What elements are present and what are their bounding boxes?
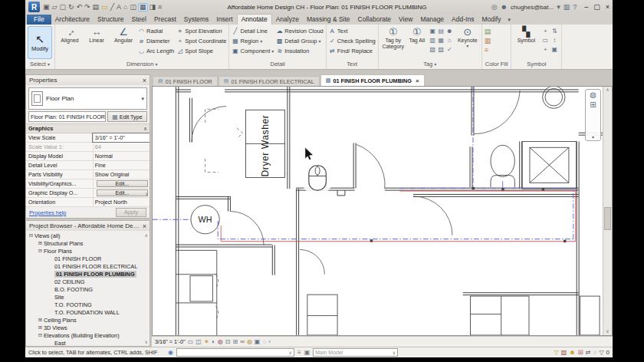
scroll-up-icon[interactable]: ∧ (606, 87, 609, 94)
instance-selector[interactable]: Floor Plan: 01 FINISH FLOOR ∨ (28, 111, 106, 122)
select-links-icon[interactable]: ▨ (561, 349, 567, 356)
sync-icon[interactable]: ↻ (67, 4, 75, 11)
area-tag-icon[interactable]: ☻ (446, 28, 452, 35)
panel-label-select[interactable]: Select ▾ (25, 61, 54, 69)
find-replace-button[interactable]: ⇄ Find/ Replace (329, 46, 376, 56)
properties-scroll-down-icon[interactable]: ∨ (146, 191, 149, 196)
type-selector-dropdown-icon[interactable]: ▾ (141, 96, 144, 102)
stair-path-icon[interactable]: ⇅ (552, 28, 557, 35)
linear-dimension-button[interactable]: ↔ Linear (84, 26, 109, 44)
keynote-button[interactable]: ⊙ Keynote ▾ (456, 26, 479, 48)
tree-item-01-finish-floor-electrical[interactable]: 01 FINISH FLOOR ELECTRICAL (28, 262, 150, 270)
exclude-options-icon[interactable]: ▽ (554, 349, 559, 356)
tab-architecture[interactable]: Architecture (51, 15, 94, 25)
account-name[interactable]: chughes@bat... (511, 4, 554, 11)
crop-view-icon[interactable]: ⊞ (232, 338, 238, 345)
editable-only-icon[interactable]: ≡ (297, 349, 301, 356)
workset-dropdown[interactable]: ∨ (176, 348, 294, 357)
design-options-icon[interactable]: ▣ (304, 349, 310, 356)
type-selector[interactable]: Floor Plan ▾ (28, 87, 147, 110)
vcb-collapse-icon[interactable]: ‹ (268, 338, 271, 345)
property-row[interactable]: View Scale 3/16" = 1'-0" (26, 133, 150, 143)
beam-annotations-icon[interactable]: ✓ (447, 46, 452, 53)
span-direction-icon[interactable]: + (544, 28, 547, 35)
area-boundary-icon[interactable]: ▭ (543, 37, 549, 44)
angular-dimension-button[interactable]: ∠ Angular (111, 26, 136, 44)
duct-legend-icon[interactable]: ▤ (485, 28, 491, 35)
save-icon[interactable]: ▢ (58, 4, 67, 11)
view-tab-finish-floor[interactable]: ▤ 01 FINISH FLOOR (153, 76, 218, 86)
tab-annotate[interactable]: Annotate (237, 14, 272, 25)
home-view-icon[interactable]: ⌂ (123, 4, 128, 11)
plumbing-pipes[interactable] (153, 87, 577, 242)
scale-icon[interactable]: ▭ (188, 338, 194, 345)
visibility-graphics-edit-button[interactable]: Edit... (97, 180, 148, 187)
tree-item-east[interactable]: East (28, 339, 150, 346)
tree-item-structural-plans[interactable]: ⊞Structural Plans (28, 239, 150, 247)
reveal-hidden-icon[interactable]: ◍ (247, 338, 252, 345)
tab-structure[interactable]: Structure (94, 15, 128, 25)
symbol-button[interactable]: ▚ Symbol (514, 26, 538, 44)
room-tag-icon[interactable]: ▥ (429, 37, 435, 44)
area-symbol-icon[interactable]: ▣ (552, 46, 558, 53)
tab-modify[interactable]: Modify (478, 15, 504, 25)
shadows-icon[interactable]: ◍ (218, 338, 223, 345)
tread-number-icon[interactable]: ▧ (429, 46, 435, 53)
space-tag-icon[interactable]: ▦ (438, 37, 444, 44)
select-by-face-icon[interactable]: ⇄ (586, 349, 591, 356)
section-icon[interactable]: ◫ (130, 4, 138, 11)
graphic-display-edit-button[interactable]: Edit... (97, 189, 148, 196)
filter-icon[interactable]: ▽ (599, 349, 603, 356)
spot-coordinate-button[interactable]: + Spot Coordinate (176, 36, 226, 46)
tab-view[interactable]: View (395, 15, 416, 25)
worksharing-display-icon[interactable]: ◌ (262, 338, 266, 345)
undo-icon[interactable]: ↶ (76, 4, 84, 11)
tab-insert[interactable]: Insert (212, 15, 236, 25)
zoom-tool-icon[interactable]: ⊞ (590, 101, 596, 109)
revision-cloud-button[interactable]: ☁ Revision Cloud (276, 26, 323, 36)
detail-group-button[interactable]: ▩ Detail Group ▾ (276, 36, 323, 46)
insulation-button[interactable]: ≋ Insulation (276, 46, 323, 56)
detail-line-button[interactable]: ╱ Detail Line (232, 26, 274, 36)
maximize-button[interactable]: ▢ (593, 3, 600, 11)
tab-massing-site[interactable]: Massing & Site (303, 15, 354, 25)
property-row[interactable]: Detail Level Fine (26, 161, 150, 170)
property-row[interactable]: Orientation Project North (26, 198, 150, 207)
tab-precast[interactable]: Precast (150, 15, 180, 25)
tree-item-ceiling-plans[interactable]: ⊞Ceiling Plans (28, 316, 150, 324)
drawing-canvas[interactable]: Dryer Washer WH (152, 86, 613, 336)
sun-path-icon[interactable]: ◐ (212, 338, 215, 345)
canvas-vertical-scrollbar[interactable]: ∧ ∨ (603, 87, 612, 335)
spot-elevation-button[interactable]: ⋄ Spot Elevation (176, 26, 226, 36)
scale-label[interactable]: 3/16" = 1'-0" (155, 338, 186, 345)
tab-manage[interactable]: Manage (416, 15, 448, 25)
redo-icon[interactable]: ↷ (84, 4, 91, 11)
reinforcement-symbol-icon[interactable]: + (544, 46, 547, 53)
design-option-dropdown[interactable]: Main Model ∨ (313, 348, 398, 357)
open-icon[interactable]: ▱ (51, 4, 58, 11)
region-button[interactable]: ▦ Region ▾ (232, 36, 274, 46)
tree-item-site[interactable]: Site (28, 293, 150, 301)
detail-level-icon[interactable]: ◫ (196, 338, 202, 345)
help-icon[interactable]: ? (573, 3, 577, 11)
rendering-dialog-icon[interactable]: ⊡ (225, 338, 231, 345)
minimize-button[interactable]: – (584, 3, 588, 11)
app-store-icon[interactable]: ▥ (564, 3, 570, 11)
tree-item-elevations[interactable]: ⊟Elevations (Building Elevation) (28, 331, 150, 339)
view-tab-finish-floor-plumbing[interactable]: ▤ 01 FINISH FLOOR PLUMBING × (320, 74, 425, 86)
visual-style-icon[interactable]: ☀ (204, 338, 209, 345)
aligned-dimension-button[interactable]: ↔ Aligned (58, 26, 82, 44)
property-row[interactable]: Parts Visibility Show Original (26, 170, 150, 179)
aligned-dimension-icon[interactable]: ╱ (110, 4, 115, 11)
scroll-down-icon[interactable]: ∨ (606, 328, 609, 335)
tree-item-01-finish-floor[interactable]: 01 FINISH FLOOR (28, 255, 150, 262)
select-underlay-icon[interactable]: ☻ (569, 349, 575, 356)
multi-category-tag-icon[interactable]: ▣ (429, 28, 435, 35)
steering-wheel-icon[interactable]: ◍ (590, 91, 596, 99)
print-icon[interactable]: ▤ (92, 4, 100, 11)
tab-add-ins[interactable]: Add-Ins (448, 15, 478, 25)
account-dropdown-icon[interactable]: ▾ (557, 3, 560, 11)
close-button[interactable]: × (606, 3, 610, 11)
text-button[interactable]: A Text (329, 26, 376, 36)
edit-type-button[interactable]: ▦ Edit Type (107, 111, 147, 122)
